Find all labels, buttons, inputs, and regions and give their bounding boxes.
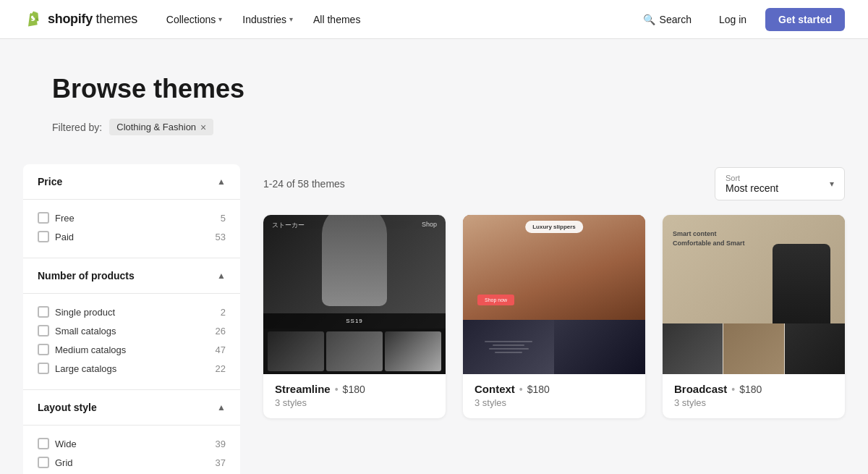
login-button[interactable]: Log in xyxy=(709,9,757,30)
filter-label-large: Large catalogs xyxy=(55,363,116,374)
active-filter-tag[interactable]: Clothing & Fashion × xyxy=(109,119,213,135)
filter-count-free: 5 xyxy=(221,213,226,224)
broadcast-person xyxy=(773,244,830,323)
main-layout: Price ▲ Free 5 Paid 53 xyxy=(0,164,868,474)
filter-label-paid: Paid xyxy=(55,232,74,242)
shop-cta: Shop now xyxy=(477,295,514,305)
nav-link-all-themes[interactable]: All themes xyxy=(305,9,369,30)
b-grid-item-1 xyxy=(663,323,723,374)
filter-label-wide: Wide xyxy=(55,439,77,449)
checkbox-small[interactable] xyxy=(38,325,49,337)
sort-value: Most recent xyxy=(726,182,778,194)
checkbox-grid[interactable] xyxy=(38,457,49,468)
theme-styles-context: 3 styles xyxy=(475,397,634,408)
broadcast-product-grid xyxy=(663,323,845,374)
sort-dropdown[interactable]: Sort Most recent ▾ xyxy=(715,167,845,200)
theme-name-streamline: Streamline xyxy=(275,383,331,395)
checkbox-paid[interactable] xyxy=(38,231,49,242)
navbar-right: 🔍 Search Log in Get started xyxy=(634,8,845,31)
checkbox-large[interactable] xyxy=(38,363,49,374)
shopify-logo-icon xyxy=(23,9,43,30)
filter-section-layout-title: Layout style xyxy=(38,402,97,413)
filter-label-grid: Grid xyxy=(55,457,73,468)
context-bottom-right xyxy=(554,320,645,374)
hero-section: Browse themes Filtered by: Clothing & Fa… xyxy=(0,39,868,164)
filter-label-small: Small catalogs xyxy=(55,326,116,337)
close-icon[interactable]: × xyxy=(200,122,206,132)
checkbox-wide[interactable] xyxy=(38,438,49,449)
results-count: 1-24 of 58 themes xyxy=(263,178,345,190)
theme-price-context: $180 xyxy=(527,384,550,395)
checkbox-medium[interactable] xyxy=(38,344,49,355)
filter-item-grid[interactable]: Grid 37 xyxy=(38,453,226,472)
nav-link-industries[interactable]: Industries ▾ xyxy=(234,9,302,30)
logo[interactable]: shopify themes xyxy=(23,9,137,30)
thumbnail-row xyxy=(263,329,446,374)
product-label: SS19 xyxy=(263,313,446,329)
filter-section-price-header[interactable]: Price ▲ xyxy=(23,164,240,200)
page-title: Browse themes xyxy=(52,74,816,104)
sort-label: Sort xyxy=(726,174,824,182)
theme-grid: ストーカー Shop SS19 xyxy=(263,215,845,418)
filter-section-layout-items: Wide 39 Grid 37 Collage 14 xyxy=(23,426,240,474)
theme-image-context: Luxury slippers Shop now xyxy=(463,215,645,374)
filter-count-grid: 37 xyxy=(216,457,226,468)
person-figure xyxy=(322,215,387,306)
theme-card-broadcast[interactable]: Smart contentComfortable and Smart xyxy=(663,215,845,418)
navbar: shopify themes Collections ▾ Industries … xyxy=(0,0,868,39)
theme-card-info-broadcast: Broadcast • $180 3 styles xyxy=(663,374,845,418)
chevron-down-icon: ▾ xyxy=(218,15,222,23)
chevron-down-icon: ▾ xyxy=(830,179,834,189)
filter-item-large[interactable]: Large catalogs 22 xyxy=(38,359,226,378)
search-icon: 🔍 xyxy=(643,14,655,25)
filter-count-large: 22 xyxy=(216,363,226,374)
nav-link-collections[interactable]: Collections ▾ xyxy=(158,9,231,30)
context-bottom-section xyxy=(463,320,645,374)
filter-tag-text: Clothing & Fashion xyxy=(116,122,196,132)
filter-section-layout-header[interactable]: Layout style ▲ xyxy=(23,390,240,426)
theme-card-info-context: Context • $180 3 styles xyxy=(463,374,645,418)
get-started-button[interactable]: Get started xyxy=(765,8,845,31)
filter-item-free[interactable]: Free 5 xyxy=(38,208,226,227)
filter-item-small[interactable]: Small catalogs 26 xyxy=(38,321,226,340)
broadcast-headline: Smart contentComfortable and Smart xyxy=(673,229,745,247)
theme-image-broadcast: Smart contentComfortable and Smart xyxy=(663,215,845,374)
theme-price-streamline: $180 xyxy=(343,384,365,395)
theme-image-streamline: ストーカー Shop SS19 xyxy=(263,215,446,374)
filter-item-paid[interactable]: Paid 53 xyxy=(38,227,226,246)
chevron-up-icon: ▲ xyxy=(217,177,226,187)
context-bottom-left xyxy=(463,320,554,374)
filter-section-price-items: Free 5 Paid 53 xyxy=(23,200,240,258)
filter-row: Filtered by: Clothing & Fashion × xyxy=(52,119,816,135)
checkbox-free[interactable] xyxy=(38,212,49,224)
context-main-photo: Luxury slippers Shop now xyxy=(463,215,645,320)
broadcast-hero: Smart contentComfortable and Smart xyxy=(663,215,845,323)
theme-card-context[interactable]: Luxury slippers Shop now xyxy=(463,215,645,418)
sidebar: Price ▲ Free 5 Paid 53 xyxy=(23,164,240,474)
filter-count-single: 2 xyxy=(221,307,226,318)
nav-links: Collections ▾ Industries ▾ All themes xyxy=(158,9,634,30)
theme-price-broadcast: $180 xyxy=(739,384,762,395)
chevron-down-icon: ▾ xyxy=(289,15,293,23)
thumb-1 xyxy=(268,331,324,371)
shop-label: Shop xyxy=(422,221,437,230)
filter-section-price-title: Price xyxy=(38,176,62,187)
filter-item-wide[interactable]: Wide 39 xyxy=(38,434,226,453)
filter-label: Filtered by: xyxy=(52,122,102,133)
b-grid-item-2 xyxy=(723,323,784,374)
b-grid-item-3 xyxy=(785,323,845,374)
thumb-2 xyxy=(326,331,383,371)
filter-label-medium: Medium catalogs xyxy=(55,344,126,355)
search-button[interactable]: 🔍 Search xyxy=(634,9,700,30)
content-header: 1-24 of 58 themes Sort Most recent ▾ xyxy=(263,164,845,200)
filter-count-wide: 39 xyxy=(216,439,226,449)
theme-name-context: Context xyxy=(475,383,515,395)
filter-item-medium[interactable]: Medium catalogs 47 xyxy=(38,340,226,359)
checkbox-single[interactable] xyxy=(38,306,49,318)
theme-card-streamline[interactable]: ストーカー Shop SS19 xyxy=(263,215,446,418)
theme-card-info-streamline: Streamline • $180 3 styles xyxy=(263,374,446,418)
filter-section-products-header[interactable]: Number of products ▲ xyxy=(23,258,240,294)
filter-item-single[interactable]: Single product 2 xyxy=(38,302,226,321)
theme-name-broadcast: Broadcast xyxy=(674,383,727,395)
filter-label-single: Single product xyxy=(55,307,115,318)
